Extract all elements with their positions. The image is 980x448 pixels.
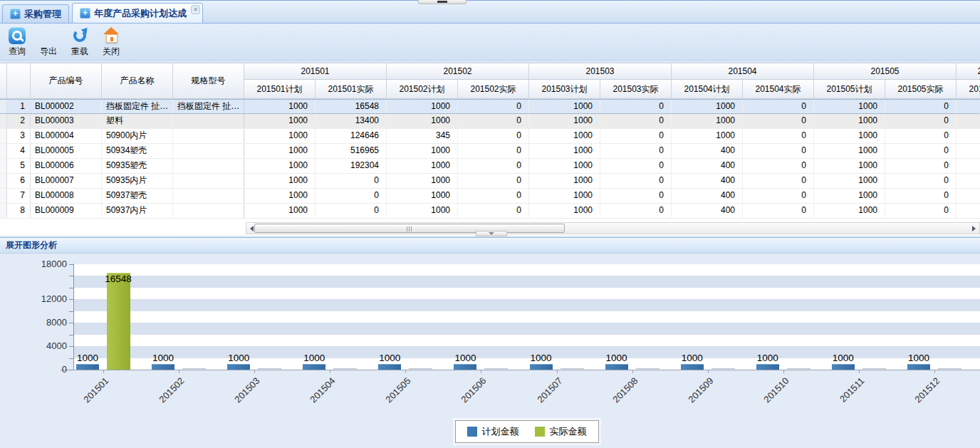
column-header-product-code[interactable]: 产品编号 xyxy=(31,63,102,99)
value-cell xyxy=(956,189,980,203)
table-row[interactable]: 7BL00000850937塑壳100001000010000400010000 xyxy=(0,189,980,204)
value-cell: 400 xyxy=(672,189,743,203)
value-cell: 0 xyxy=(600,129,672,143)
month-group-header[interactable]: 201502 xyxy=(387,63,529,80)
table-row[interactable]: 4BL00000550934塑壳100051696510000100004000… xyxy=(0,144,980,159)
value-cell: 1000 xyxy=(244,204,316,218)
table-row[interactable]: 5BL00000650935塑壳100019230410000100004000… xyxy=(0,159,980,174)
query-button[interactable]: 查询 xyxy=(7,26,27,58)
tab-label: 年度产品采购计划达成 xyxy=(94,7,187,20)
row-number-cell: 4 xyxy=(7,144,31,158)
x-axis-label: 201502 xyxy=(144,375,187,418)
chart-legend: 计划金额 实际金额 xyxy=(73,420,980,443)
tab-procurement-management[interactable]: + 采购管理 xyxy=(2,4,69,23)
column-header-plan[interactable]: 201505计划 xyxy=(814,80,885,99)
y-axis-tick xyxy=(69,370,73,370)
row-number-cell: 1 xyxy=(7,100,31,113)
month-group-header-row: 201501201502201503201504201505201506 xyxy=(244,63,980,80)
value-cell: 1000 xyxy=(244,159,316,173)
collapse-handle-chart[interactable] xyxy=(476,231,507,236)
value-cell: 0 xyxy=(743,129,814,143)
bar-planned-201506 xyxy=(454,364,476,370)
column-header-actual[interactable]: 201504实际 xyxy=(743,80,814,99)
value-cell: 1000 xyxy=(529,159,600,173)
value-cell: 0 xyxy=(885,189,956,203)
x-axis-label: 201509 xyxy=(672,375,715,418)
column-header-actual[interactable]: 201505实际 xyxy=(885,80,956,99)
x-axis-label: 201505 xyxy=(370,375,413,418)
window-plus-icon: + xyxy=(80,8,90,19)
table-row[interactable]: 3BL00000450900内片100012464634501000010000… xyxy=(0,129,980,144)
value-cell: 16548 xyxy=(316,100,387,113)
bar-planned-201503 xyxy=(227,364,250,370)
column-header-plan[interactable]: 201506计划 xyxy=(956,80,980,99)
product-name-cell: 50935塑壳 xyxy=(102,159,173,173)
x-axis xyxy=(61,370,980,370)
column-header-plan[interactable]: 201502计划 xyxy=(387,80,458,99)
value-cell: 0 xyxy=(743,114,814,128)
x-axis-label: 201511 xyxy=(823,375,866,418)
value-cell xyxy=(956,144,980,158)
column-header-plan[interactable]: 201501计划 xyxy=(244,80,316,99)
table-row[interactable]: 2BL000003塑料10001340010000100001000010000 xyxy=(0,114,980,129)
column-header-plan[interactable]: 201504计划 xyxy=(672,80,743,99)
value-cell: 345 xyxy=(387,129,458,143)
x-axis-tick xyxy=(557,370,558,373)
table-row[interactable]: 8BL00000950937内片100001000010000400010000 xyxy=(0,204,980,219)
value-cell: 1000 xyxy=(387,144,458,158)
scrollbar-thumb[interactable] xyxy=(254,224,565,233)
horizontal-scrollbar[interactable] xyxy=(246,222,980,234)
column-header-plan[interactable]: 201503计划 xyxy=(529,80,600,99)
bar-planned-201505 xyxy=(378,364,401,370)
value-cell xyxy=(956,159,980,173)
tab-annual-plan-achievement[interactable]: + 年度产品采购计划达成 ✕ xyxy=(72,3,203,23)
y-axis-tick xyxy=(69,276,73,276)
column-header-product-name[interactable]: 产品名称 xyxy=(102,63,173,99)
expander-cell xyxy=(0,144,7,158)
reload-button-label: 重载 xyxy=(71,46,88,58)
x-axis-label: 201504 xyxy=(295,375,338,418)
value-cell: 1000 xyxy=(244,129,316,143)
scroll-right-arrow-icon[interactable] xyxy=(969,223,979,234)
month-group-header[interactable]: 201506 xyxy=(956,63,980,80)
x-axis-tick xyxy=(254,370,255,373)
value-cell: 0 xyxy=(600,100,672,113)
column-header-actual[interactable]: 201501实际 xyxy=(316,80,387,99)
table-row[interactable]: 1BL000002挡板固定件 扯…挡板固定件 扯…100016548100001… xyxy=(0,99,980,114)
chart-panel-header: 展开图形分析 xyxy=(0,237,980,254)
close-button-label: 关闭 xyxy=(103,46,120,58)
spec-model-cell xyxy=(173,159,244,173)
column-header-actual[interactable]: 201502实际 xyxy=(458,80,529,99)
expander-column-header[interactable] xyxy=(0,63,7,99)
close-tab-button[interactable]: 关闭 xyxy=(101,26,121,58)
bar-value-label: 1000 xyxy=(367,353,412,363)
y-axis-tick xyxy=(69,335,73,335)
value-cell xyxy=(956,174,980,188)
row-number-cell: 3 xyxy=(7,129,31,143)
table-row[interactable]: 6BL00000750935内片100001000010000400010000 xyxy=(0,174,980,189)
reload-button[interactable]: 重载 xyxy=(70,26,90,58)
close-icon[interactable]: ✕ xyxy=(191,5,200,14)
month-group-header[interactable]: 201505 xyxy=(814,63,956,80)
product-plan-grid: 产品编号产品名称规格型号2015012015022015032015042015… xyxy=(0,63,980,236)
row-number-column-header[interactable] xyxy=(7,63,31,99)
column-header-spec-model[interactable]: 规格型号 xyxy=(173,63,244,99)
column-header-actual[interactable]: 201503实际 xyxy=(600,80,672,99)
month-group-header[interactable]: 201501 xyxy=(244,63,387,80)
month-group-header[interactable]: 201504 xyxy=(672,63,814,80)
tab-label: 采购管理 xyxy=(24,8,61,21)
y-axis-tick xyxy=(69,311,73,312)
actual-swatch-icon xyxy=(535,427,545,437)
value-cell: 1000 xyxy=(814,189,885,203)
export-button[interactable]: 导出 xyxy=(38,26,58,58)
expander-cell xyxy=(0,159,7,173)
value-cell: 1000 xyxy=(244,144,316,158)
month-group-header[interactable]: 201503 xyxy=(529,63,672,80)
x-axis-tick xyxy=(405,370,406,373)
value-cell: 0 xyxy=(600,189,672,203)
x-axis-tick xyxy=(179,370,179,373)
value-cell: 1000 xyxy=(529,129,600,143)
value-cell: 1000 xyxy=(387,189,458,203)
value-cell: 1000 xyxy=(529,100,600,113)
collapse-handle-top[interactable] xyxy=(418,0,466,4)
